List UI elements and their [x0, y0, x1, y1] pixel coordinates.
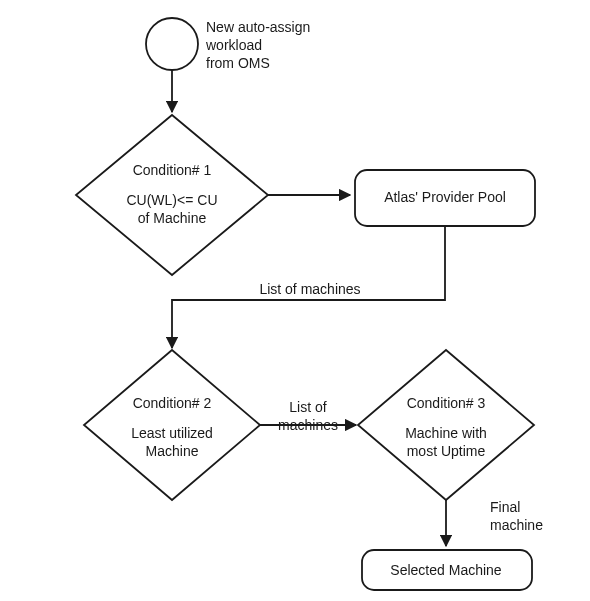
provider-pool-label: Atlas' Provider Pool — [384, 189, 506, 205]
cond2-line2: Machine — [146, 443, 199, 459]
cond1-title: Condition# 1 — [133, 162, 212, 178]
edge-cond3-to-selected-label-l2: machine — [490, 517, 543, 533]
flowchart: New auto-assign workload from OMS Condit… — [0, 0, 590, 601]
cond3-line2: most Uptime — [407, 443, 486, 459]
cond2-line1: Least utilized — [131, 425, 213, 441]
start-label-line3: from OMS — [206, 55, 270, 71]
edge-cond2-to-cond3-label-l2: machines — [278, 417, 338, 433]
start-label-line1: New auto-assign — [206, 19, 310, 35]
cond3-title: Condition# 3 — [407, 395, 486, 411]
cond2-title: Condition# 2 — [133, 395, 212, 411]
edge-pool-to-cond2-label: List of machines — [259, 281, 360, 297]
selected-machine-label: Selected Machine — [390, 562, 502, 578]
edge-cond3-to-selected-label-l1: Final — [490, 499, 520, 515]
start-label-line2: workload — [205, 37, 262, 53]
cond1-line1: CU(WL)<= CU — [126, 192, 217, 208]
cond1-line2: of Machine — [138, 210, 207, 226]
start-node — [146, 18, 198, 70]
cond3-line1: Machine with — [405, 425, 487, 441]
edge-cond2-to-cond3-label-l1: List of — [289, 399, 326, 415]
